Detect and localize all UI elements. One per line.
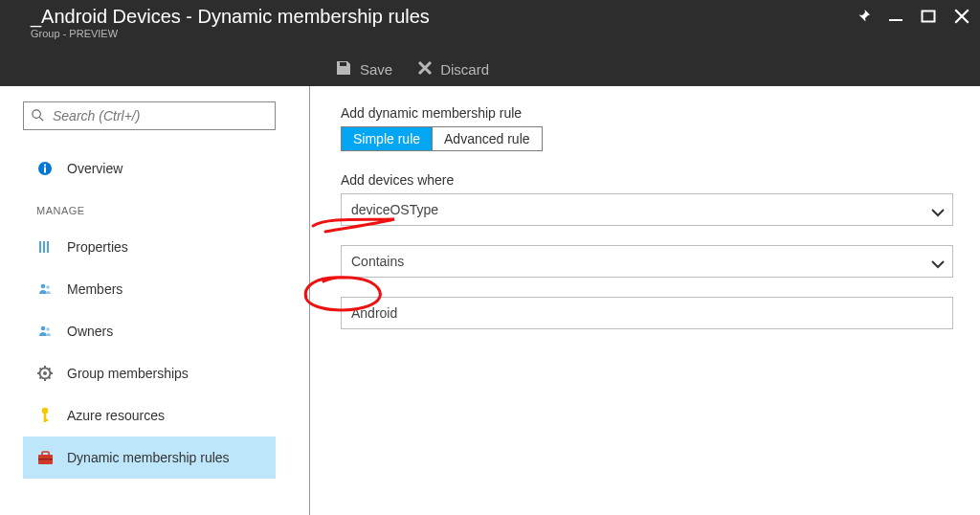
property-row: deviceOSType [341, 193, 953, 226]
sidebar-item-owners[interactable]: Owners [23, 310, 276, 352]
svg-point-11 [46, 285, 50, 289]
sidebar-item-label: Dynamic membership rules [67, 450, 230, 465]
info-icon [36, 161, 54, 176]
discard-button[interactable]: Discard [417, 60, 489, 78]
svg-line-20 [40, 369, 42, 370]
command-bar: Save Discard [335, 52, 489, 86]
sidebar-item-members[interactable]: Members [23, 268, 276, 310]
svg-point-12 [41, 326, 46, 331]
tab-simple-rule[interactable]: Simple rule [342, 127, 432, 150]
window-controls [856, 8, 970, 25]
svg-rect-1 [923, 11, 935, 22]
section-manage: MANAGE [36, 205, 309, 216]
sidebar-item-group-memberships[interactable]: Group memberships [23, 352, 276, 394]
owners-icon [36, 324, 54, 339]
sidebar-item-label: Properties [67, 239, 128, 255]
rule-heading: Add dynamic membership rule [341, 105, 953, 121]
property-value: deviceOSType [351, 202, 438, 217]
svg-rect-0 [889, 19, 902, 21]
close-icon[interactable] [953, 8, 970, 25]
svg-rect-26 [44, 419, 49, 421]
sidebar-item-label: Members [67, 281, 122, 297]
svg-line-22 [40, 377, 42, 379]
where-label: Add devices where [341, 172, 953, 188]
chevron-down-icon [931, 206, 945, 221]
operator-select[interactable]: Contains [341, 245, 953, 278]
value-input[interactable]: Android [341, 297, 953, 329]
pin-icon[interactable] [856, 9, 871, 24]
sidebar-item-properties[interactable]: Properties [23, 226, 276, 268]
value-row: Android [341, 297, 953, 329]
property-select[interactable]: deviceOSType [341, 193, 953, 226]
svg-rect-8 [43, 241, 45, 253]
discard-label: Discard [440, 61, 489, 78]
toolbox-icon [36, 451, 54, 465]
properties-icon [36, 239, 54, 255]
svg-line-3 [39, 117, 43, 121]
svg-point-15 [43, 371, 47, 375]
svg-rect-6 [44, 165, 46, 167]
chevron-down-icon [931, 258, 945, 273]
search-icon [31, 108, 45, 126]
operator-value: Contains [351, 254, 404, 269]
svg-line-21 [49, 377, 51, 379]
svg-point-13 [46, 327, 50, 331]
sidebar-item-label: Overview [67, 161, 122, 176]
search-input[interactable] [23, 101, 276, 130]
blade-subtitle: Group - PREVIEW [0, 28, 980, 39]
value-text: Android [351, 305, 397, 321]
blade-body: Overview MANAGE Properties Members Owner… [0, 86, 980, 515]
members-icon [36, 281, 54, 297]
discard-icon [417, 60, 433, 78]
sidebar-item-label: Azure resources [67, 408, 165, 423]
sidebar: Overview MANAGE Properties Members Owner… [0, 86, 310, 515]
blade-title: _Android Devices - Dynamic membership ru… [0, 0, 980, 28]
gear-icon [36, 366, 54, 381]
operator-row: Contains [341, 245, 953, 278]
sidebar-item-dynamic-rules[interactable]: Dynamic membership rules [23, 437, 276, 479]
key-icon [36, 407, 54, 424]
tab-advanced-rule[interactable]: Advanced rule [432, 127, 542, 150]
save-label: Save [360, 61, 392, 78]
sidebar-item-label: Group memberships [67, 366, 189, 381]
svg-rect-29 [38, 459, 53, 459]
rule-tabs: Simple rule Advanced rule [341, 126, 543, 151]
svg-point-10 [41, 284, 46, 289]
maximize-icon[interactable] [921, 9, 936, 24]
sidebar-item-azure-resources[interactable]: Azure resources [23, 394, 276, 437]
svg-line-23 [49, 369, 51, 370]
minimize-icon[interactable] [888, 9, 903, 24]
svg-rect-7 [39, 241, 41, 253]
svg-rect-28 [42, 452, 49, 456]
svg-point-2 [33, 110, 40, 118]
sidebar-item-label: Owners [67, 324, 113, 339]
svg-rect-5 [44, 168, 46, 173]
main-panel: Add dynamic membership rule Simple rule … [310, 86, 980, 515]
sidebar-item-overview[interactable]: Overview [23, 147, 276, 190]
save-button[interactable]: Save [335, 59, 392, 79]
search-wrap [23, 101, 276, 130]
blade-header: _Android Devices - Dynamic membership ru… [0, 0, 980, 86]
svg-rect-9 [47, 241, 49, 253]
save-icon [335, 59, 352, 79]
